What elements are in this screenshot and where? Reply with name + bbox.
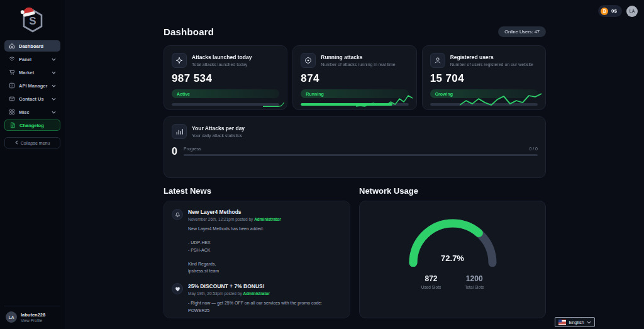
- stat-subtitle: Number of attacks running in real time: [321, 62, 395, 67]
- news-title: New Layer4 Methods: [188, 209, 281, 215]
- sidebar-item-contact-us[interactable]: Contact Us: [4, 93, 60, 104]
- sidebar-item-label: Panel: [19, 57, 31, 62]
- progress-track: [430, 103, 538, 106]
- news-item: New Layer4 Methods November 26th, 12:21p…: [172, 209, 342, 274]
- network-usage-card: 72.7% 872 Used Slots 1200 Total Slots: [359, 201, 546, 318]
- signal-icon: [9, 56, 15, 62]
- online-users-badge: Online Users: 47: [498, 26, 546, 37]
- chevron-down-icon: [52, 109, 56, 115]
- total-slots: 1200 Total Slots: [465, 274, 484, 289]
- chevron-left-icon: [15, 140, 18, 145]
- chevron-down-icon: [52, 70, 56, 75]
- stat-title: Running attacks: [321, 53, 395, 60]
- sidebar-item-dashboard[interactable]: Dashboard: [4, 40, 60, 52]
- avatar: LA: [6, 311, 17, 323]
- stat-title: Registered users: [450, 53, 533, 60]
- stat-value: 15 704: [430, 72, 538, 85]
- network-usage-gauge: 72.7%: [406, 214, 500, 267]
- stat-subtitle: Total attacks launched today: [192, 62, 252, 67]
- sidebar-item-panel[interactable]: Panel: [4, 53, 60, 65]
- sidebar-item-label: Contact Us: [19, 96, 44, 102]
- progress-fraction: 0 / 0: [529, 147, 538, 151]
- news-item: 25% DISCOUNT + 7% BONUS! May 19th, 20:53…: [172, 283, 342, 318]
- status-badge: Running: [301, 89, 408, 98]
- news-body: - Right now — get 25% OFF on all our ser…: [188, 299, 342, 318]
- home-icon: [9, 43, 15, 49]
- network-usage-heading: Network Usage: [359, 186, 546, 196]
- news-body: New Layer4 Methods has been added: - UDP…: [188, 225, 281, 274]
- sidebar-item-label: Market: [19, 70, 34, 75]
- used-slots: 872 Used Slots: [421, 274, 441, 289]
- stat-title: Attacks launched today: [192, 53, 252, 60]
- chevron-down-icon: [52, 83, 56, 89]
- app-logo[interactable]: S: [4, 5, 60, 40]
- grid-icon: [9, 109, 15, 115]
- sparkle-icon: [172, 53, 187, 68]
- status-badge: Growing: [430, 89, 538, 98]
- stat-card-running-attacks: Running attacks Number of attacks runnin…: [292, 45, 416, 110]
- stat-card-attacks-launched: Attacks launched today Total attacks lau…: [164, 45, 287, 110]
- progress-label: Progress: [184, 147, 201, 151]
- stat-card-registered-users: Registered users Number of users registe…: [422, 45, 546, 110]
- sidebar-item-label: API Manager: [19, 83, 47, 89]
- news-title: 25% DISCOUNT + 7% BONUS!: [188, 283, 342, 289]
- attacks-count: 0: [172, 147, 177, 157]
- total-slots-value: 1200: [465, 274, 484, 283]
- attacks-per-day-panel: Your Attacks per day Your daily attack s…: [164, 116, 546, 178]
- news-author: Administrator: [254, 217, 281, 221]
- sidebar-user-profile[interactable]: LA labuten228 View Profile: [4, 306, 60, 324]
- sidebar-item-label: Changelog: [19, 123, 44, 128]
- stat-value: 987 534: [172, 72, 279, 85]
- cart-icon: [9, 69, 15, 75]
- panel-subtitle: Your daily attack statistics: [192, 133, 245, 138]
- progress-track: [184, 154, 538, 156]
- code-square-icon: [9, 82, 15, 89]
- language-selected-label: English: [569, 320, 584, 325]
- sidebar-item-api-manager[interactable]: API Manager: [4, 80, 60, 91]
- sidebar: S Dashboard Panel Market: [0, 0, 65, 329]
- total-slots-label: Total Slots: [465, 285, 484, 289]
- sidebar-item-label: Dashboard: [19, 43, 43, 49]
- used-slots-label: Used Slots: [421, 285, 441, 289]
- document-icon: [9, 122, 16, 128]
- progress-track: [172, 103, 279, 106]
- progress-track: [301, 103, 408, 106]
- language-select[interactable]: English: [555, 317, 595, 327]
- stat-cards-row: Attacks launched today Total attacks lau…: [164, 45, 546, 110]
- main-content: Dashboard Online Users: 47 Attacks launc…: [65, 0, 644, 329]
- announcement-icon: [172, 209, 183, 220]
- gauge-percent: 72.7%: [406, 254, 500, 263]
- latest-news-heading: Latest News: [164, 186, 350, 196]
- panel-title: Your Attacks per day: [192, 124, 245, 131]
- bar-chart-icon: [172, 124, 187, 139]
- sidebar-item-market[interactable]: Market: [4, 67, 60, 78]
- stat-subtitle: Number of users registered on our websit…: [450, 62, 533, 67]
- status-badge: Active: [172, 89, 279, 98]
- target-icon: [301, 53, 316, 68]
- mail-icon: [9, 96, 15, 102]
- used-slots-value: 872: [421, 274, 441, 283]
- view-profile-link[interactable]: View Profile: [21, 318, 45, 323]
- news-meta: November 26th, 12:21pm posted by Adminis…: [188, 217, 281, 221]
- user-icon: [430, 53, 445, 68]
- chevron-down-icon: [587, 321, 591, 324]
- stat-value: 874: [301, 72, 408, 85]
- user-name: labuten228: [21, 312, 45, 318]
- sidebar-item-changelog[interactable]: Changelog: [4, 120, 60, 131]
- news-list[interactable]: New Layer4 Methods November 26th, 12:21p…: [164, 201, 350, 318]
- news-author: Administrator: [243, 291, 270, 296]
- us-flag-icon: [558, 320, 566, 325]
- sidebar-item-misc[interactable]: Misc: [4, 106, 60, 118]
- sidebar-item-label: Misc: [19, 109, 30, 115]
- news-meta: May 19th, 20:53pm posted by Administrato…: [188, 291, 342, 296]
- collapse-menu-button[interactable]: Collapse menu: [4, 137, 60, 148]
- page-title: Dashboard: [164, 26, 214, 37]
- chevron-down-icon: [52, 96, 56, 102]
- chevron-down-icon: [52, 57, 56, 62]
- heart-icon: [172, 283, 183, 294]
- collapse-menu-label: Collapse menu: [21, 141, 50, 145]
